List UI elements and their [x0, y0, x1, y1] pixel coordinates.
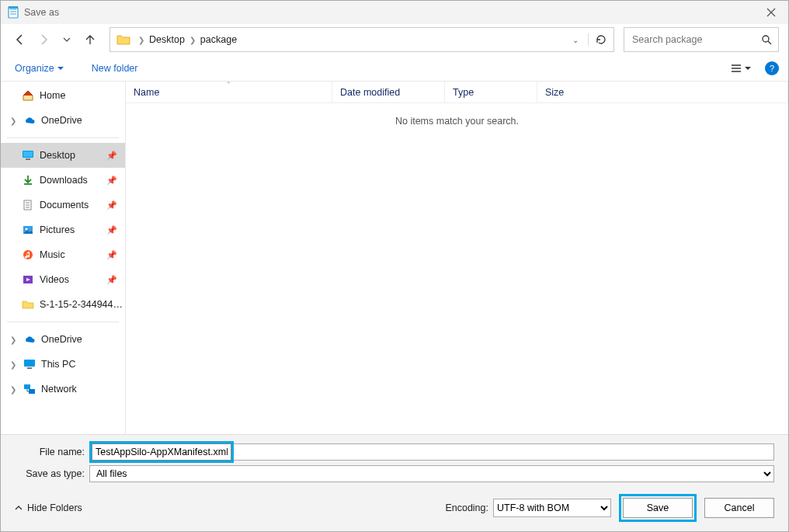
videos-icon	[21, 273, 35, 287]
sidebar-item-onedrive[interactable]: ❯ OneDrive	[1, 108, 125, 133]
up-button[interactable]	[80, 30, 100, 50]
app-icon	[7, 6, 19, 19]
sort-indicator-icon: ⌃	[226, 82, 231, 88]
pin-icon: 📌	[106, 250, 125, 260]
pictures-icon	[21, 223, 35, 237]
toolbar: Organize New folder ?	[1, 55, 788, 82]
titlebar: Save as	[1, 1, 788, 24]
svg-point-21	[26, 228, 28, 231]
refresh-button[interactable]	[588, 33, 607, 46]
search-input[interactable]	[631, 33, 761, 46]
sidebar-item-network[interactable]: ❯ Network	[1, 377, 125, 402]
close-button[interactable]	[760, 8, 782, 17]
svg-rect-0	[9, 7, 18, 18]
sidebar-item-desktop[interactable]: Desktop 📌	[1, 143, 125, 168]
breadcrumb-desktop[interactable]: Desktop	[146, 34, 188, 45]
svg-rect-13	[23, 151, 33, 157]
sidebar: Home ❯ OneDrive Desktop 📌 Downloads 📌 Do…	[1, 82, 126, 434]
saveastype-select[interactable]: All files	[89, 465, 774, 482]
filename-input[interactable]	[92, 443, 231, 461]
forward-button[interactable]	[33, 30, 54, 50]
download-icon	[21, 173, 35, 187]
desktop-icon	[21, 148, 35, 162]
organize-menu[interactable]: Organize	[10, 60, 68, 77]
svg-rect-4	[9, 6, 18, 9]
recent-dropdown[interactable]	[57, 30, 77, 50]
window-title: Save as	[24, 7, 59, 18]
breadcrumb-package[interactable]: package	[197, 34, 240, 45]
address-bar[interactable]: ❯ Desktop ❯ package ⌄	[109, 27, 614, 52]
sidebar-item-pictures[interactable]: Pictures 📌	[1, 217, 125, 242]
svg-rect-26	[24, 384, 30, 389]
pin-icon: 📌	[106, 151, 125, 161]
column-name[interactable]: Name ⌃	[126, 82, 332, 103]
view-options-button[interactable]	[726, 63, 756, 74]
encoding-select[interactable]: UTF-8 with BOM	[493, 499, 611, 517]
pin-icon: 📌	[106, 275, 125, 285]
music-icon	[21, 248, 35, 262]
save-as-dialog: Save as ❯ Desktop ❯ package ⌄	[0, 0, 789, 532]
chevron-right-icon[interactable]: ❯	[9, 360, 18, 369]
svg-rect-25	[27, 367, 32, 369]
column-date[interactable]: Date modified	[332, 82, 445, 103]
pin-icon: 📌	[106, 200, 125, 210]
save-button[interactable]: Save	[623, 498, 693, 518]
chevron-right-icon[interactable]: ❯	[9, 336, 18, 344]
chevron-right-icon[interactable]: ❯	[188, 36, 197, 44]
sidebar-item-onedrive2[interactable]: ❯ OneDrive	[1, 327, 125, 352]
sidebar-item-music[interactable]: Music 📌	[1, 242, 125, 267]
filename-highlight	[89, 441, 234, 463]
sidebar-item-downloads[interactable]: Downloads 📌	[1, 168, 125, 193]
column-headers: Name ⌃ Date modified Type Size	[126, 82, 788, 103]
chevron-right-icon[interactable]: ❯	[9, 116, 18, 125]
svg-point-22	[23, 250, 33, 259]
encoding-label: Encoding:	[445, 502, 488, 513]
svg-point-7	[763, 36, 769, 42]
sidebar-item-documents[interactable]: Documents 📌	[1, 193, 125, 217]
filename-combo-extension[interactable]	[234, 443, 774, 461]
column-type[interactable]: Type	[445, 82, 537, 103]
svg-rect-24	[24, 360, 35, 367]
hide-folders-toggle[interactable]: Hide Folders	[15, 502, 82, 513]
save-highlight: Save	[619, 494, 697, 522]
folder-icon	[21, 297, 35, 311]
search-icon[interactable]	[761, 34, 772, 45]
address-dropdown[interactable]: ⌄	[568, 36, 583, 44]
sidebar-item-thispc[interactable]: ❯ This PC	[1, 352, 125, 377]
pin-icon: 📌	[106, 176, 125, 186]
svg-rect-14	[26, 158, 30, 160]
documents-icon	[21, 198, 35, 212]
saveastype-label: Save as type:	[15, 468, 89, 479]
filename-label: File name:	[15, 447, 89, 457]
chevron-right-icon[interactable]: ❯	[9, 385, 18, 394]
sidebar-item-videos[interactable]: Videos 📌	[1, 267, 125, 292]
cloud-icon	[23, 113, 36, 127]
network-icon	[23, 382, 36, 396]
cloud-icon	[23, 332, 36, 346]
back-button[interactable]	[10, 30, 30, 50]
cancel-button[interactable]: Cancel	[704, 498, 774, 518]
home-icon	[21, 89, 35, 103]
main-area: Home ❯ OneDrive Desktop 📌 Downloads 📌 Do…	[1, 82, 788, 434]
bottom-panel: File name: Save as type: All files	[1, 434, 788, 531]
chevron-right-icon[interactable]: ❯	[137, 36, 146, 44]
search-box[interactable]	[624, 27, 779, 52]
new-folder-button[interactable]: New folder	[87, 60, 143, 77]
nav-row: ❯ Desktop ❯ package ⌄	[1, 24, 788, 55]
file-list: Name ⌃ Date modified Type Size No items …	[126, 82, 788, 434]
sidebar-item-home[interactable]: Home	[1, 83, 125, 108]
sidebar-item-guidfolder[interactable]: S-1-15-2-344944837	[1, 292, 125, 317]
help-button[interactable]: ?	[765, 61, 779, 75]
folder-icon	[116, 33, 130, 47]
svg-line-8	[768, 41, 771, 44]
pin-icon: 📌	[106, 225, 125, 235]
svg-rect-27	[29, 389, 35, 394]
monitor-icon	[23, 357, 36, 371]
empty-message: No items match your search.	[126, 103, 788, 139]
column-size[interactable]: Size	[537, 82, 788, 103]
